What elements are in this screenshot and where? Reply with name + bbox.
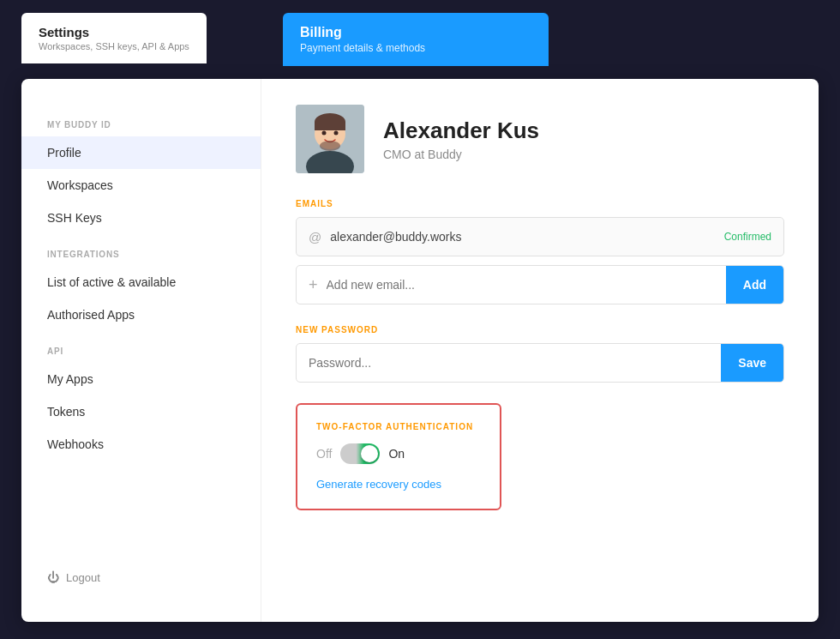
sidebar: MY BUDDY ID Profile Workspaces SSH Keys … <box>21 79 261 622</box>
svg-point-6 <box>334 131 339 136</box>
billing-bar[interactable]: Billing Payment details & methods <box>283 13 549 66</box>
twofa-box: TWO-FACTOR AUTHENTICATION Off On Generat… <box>296 403 501 510</box>
twofa-label: TWO-FACTOR AUTHENTICATION <box>316 422 481 431</box>
add-email-button[interactable]: Add <box>726 265 783 304</box>
profile-name: Alexander Kus <box>383 118 539 144</box>
existing-email-row: @ alexander@buddy.works Confirmed <box>296 217 784 256</box>
twofa-off-label: Off <box>316 447 332 461</box>
sidebar-item-ssh-keys[interactable]: SSH Keys <box>21 202 261 234</box>
sidebar-item-list-active[interactable]: List of active & available <box>21 266 261 298</box>
svg-rect-4 <box>315 122 345 130</box>
profile-header: Alexander Kus CMO at Buddy <box>296 105 784 173</box>
logout-button[interactable]: ⏻ Logout <box>21 558 261 596</box>
plus-icon: + <box>309 276 318 294</box>
password-section-label: NEW PASSWORD <box>296 325 784 335</box>
email-address: alexander@buddy.works <box>330 230 723 244</box>
add-email-row: + Add <box>296 265 784 304</box>
confirmed-badge: Confirmed <box>724 231 771 243</box>
settings-tab[interactable]: Settings Workspaces, SSH keys, API & App… <box>21 13 207 63</box>
sidebar-item-workspaces-label: Workspaces <box>47 178 113 192</box>
my-buddy-id-label: MY BUDDY ID <box>21 105 261 136</box>
at-icon: @ <box>309 230 321 244</box>
sidebar-item-workspaces[interactable]: Workspaces <box>21 169 261 202</box>
main-content: Alexander Kus CMO at Buddy EMAILS @ alex… <box>261 79 819 622</box>
power-icon: ⏻ <box>47 570 59 584</box>
save-password-button[interactable]: Save <box>721 343 783 383</box>
add-email-input[interactable] <box>327 278 714 292</box>
sidebar-item-profile-label: Profile <box>47 146 81 160</box>
logout-label: Logout <box>66 571 100 584</box>
sidebar-item-tokens[interactable]: Tokens <box>21 395 261 428</box>
sidebar-item-authorised-apps[interactable]: Authorised Apps <box>21 298 261 331</box>
svg-point-5 <box>322 131 327 136</box>
sidebar-item-my-apps-label: My Apps <box>47 372 93 386</box>
twofa-toggle-row: Off On <box>316 443 481 464</box>
profile-role: CMO at Buddy <box>383 148 539 161</box>
sidebar-item-profile[interactable]: Profile <box>21 136 261 169</box>
add-email-input-wrap: + <box>297 276 726 294</box>
billing-title: Billing <box>300 25 531 40</box>
toggle-knob <box>361 445 378 462</box>
recovery-codes-link[interactable]: Generate recovery codes <box>316 478 441 491</box>
billing-subtitle: Payment details & methods <box>300 42 531 54</box>
sidebar-item-webhooks-label: Webhooks <box>47 437 104 451</box>
sidebar-item-ssh-keys-label: SSH Keys <box>47 211 102 225</box>
settings-subtitle: Workspaces, SSH keys, API & Apps <box>39 41 189 51</box>
avatar <box>296 105 364 173</box>
integrations-label: INTEGRATIONS <box>21 234 261 266</box>
sidebar-item-authorised-apps-label: Authorised Apps <box>47 308 135 322</box>
svg-point-7 <box>320 141 340 151</box>
twofa-toggle[interactable] <box>340 443 380 464</box>
settings-title: Settings <box>39 25 189 39</box>
profile-info: Alexander Kus CMO at Buddy <box>383 118 539 161</box>
api-label: API <box>21 331 261 363</box>
password-row: Save <box>296 343 784 383</box>
password-input[interactable] <box>297 356 721 370</box>
sidebar-item-tokens-label: Tokens <box>47 405 85 419</box>
main-card: MY BUDDY ID Profile Workspaces SSH Keys … <box>21 79 819 622</box>
emails-section-label: EMAILS <box>296 199 784 208</box>
sidebar-item-list-active-label: List of active & available <box>47 275 176 289</box>
sidebar-item-webhooks[interactable]: Webhooks <box>21 428 261 461</box>
sidebar-item-my-apps[interactable]: My Apps <box>21 363 261 395</box>
twofa-on-label: On <box>388 447 405 461</box>
